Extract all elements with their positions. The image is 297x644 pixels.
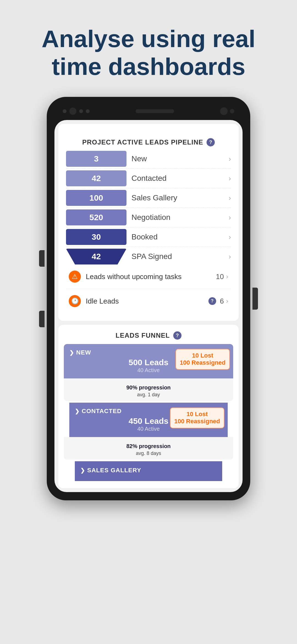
funnel-contacted-avg: avg. 8 days (64, 451, 233, 456)
alert-text-idle-leads: Idle Leads (86, 297, 206, 305)
funnel-stage-new-inner: ❯ NEW 500 Leads 40 Active 10 Lost 100 Re… (64, 344, 233, 378)
pipeline-bar-sales-gallery: 100 (66, 190, 127, 206)
pipeline-label-new: New (131, 154, 226, 163)
funnel-title: LEADS FUNNEL (116, 332, 170, 339)
idle-leads-help-icon[interactable]: ? (208, 297, 216, 305)
funnel-contacted-lost: 10 Lost (174, 411, 220, 418)
pipeline-row-negotiation[interactable]: 520 Negotiation › (66, 209, 231, 227)
chevron-icon-contacted: › (229, 174, 231, 183)
funnel-chevron-contacted: ❯ (75, 408, 79, 414)
funnel-stage-new[interactable]: ❯ NEW 500 Leads 40 Active 10 Lost 100 Re… (64, 344, 233, 401)
hero-section: Analyse using real time dashboards (0, 0, 297, 97)
ir-sensor (230, 109, 234, 113)
pipeline-bar-negotiation: 520 (66, 209, 127, 225)
funnel-header: LEADS FUNNEL ? (58, 325, 239, 344)
selfie-camera (220, 107, 228, 115)
pipeline-label-sales-gallery: Sales Gallery (131, 193, 226, 202)
pipeline-row-booked[interactable]: 30 Booked › (66, 229, 231, 247)
funnel-stage-contacted[interactable]: ❯ CONTACTED 450 Leads 40 Active 10 Lost … (64, 403, 233, 460)
funnel-stage-new-name: NEW (76, 349, 91, 356)
chevron-icon-sales-gallery: › (229, 194, 231, 202)
pipeline-row-spa-signed[interactable]: 42 SPA Signed › (66, 249, 231, 264)
pipeline-row-sales-gallery[interactable]: 100 Sales Gallery › (66, 190, 231, 208)
pipeline-help-icon[interactable]: ? (207, 138, 215, 146)
volume-up-button (39, 250, 45, 267)
alert-rows: ⚠ Leads without upcoming tasks 10 › 🕐 Id… (66, 264, 231, 313)
pipeline-row-contacted[interactable]: 42 Contacted › (66, 170, 231, 188)
hero-title: Analyse using real time dashboards (22, 25, 275, 80)
pipeline-card: PROJECT ACTIVE LEADS PIPELINE ? 3 New › … (58, 124, 239, 321)
funnel-contacted-stats: 82% progression avg. 8 days (64, 437, 233, 460)
volume-down-button (39, 311, 45, 327)
chevron-icon-booked: › (229, 233, 231, 241)
pipeline-bar-new: 3 (66, 151, 127, 167)
pipeline-bar-booked: 30 (66, 229, 127, 245)
speaker-grille (136, 109, 174, 113)
chevron-icon-negotiation: › (229, 213, 231, 222)
phone-frame: PROJECT ACTIVE LEADS PIPELINE ? 3 New › … (47, 97, 250, 500)
funnel-new-lost: 10 Lost (180, 352, 226, 359)
warning-icon: ⚠ (69, 271, 81, 283)
power-button (252, 288, 258, 310)
funnel-chevron-new: ❯ (69, 349, 74, 356)
funnel-help-icon[interactable]: ? (173, 331, 182, 340)
funnel-new-progression: 90% progression (64, 382, 233, 392)
funnel-new-stats: 90% progression avg. 1 day (64, 378, 233, 401)
funnel-contacted-reassigned: 100 Reassigned (174, 418, 220, 425)
funnel-new-avg: avg. 1 day (64, 392, 233, 398)
phone-top-bar (54, 105, 243, 120)
camera-left (63, 108, 90, 115)
pipeline-label-booked: Booked (131, 233, 226, 241)
clock-icon: 🕐 (69, 295, 81, 307)
pipeline-row-new[interactable]: 3 New › (66, 151, 231, 169)
funnel-stage-contacted-name: CONTACTED (82, 408, 122, 415)
sensor-dot-2 (79, 109, 83, 113)
pipeline-bar-spa-signed: 42 (66, 249, 127, 264)
funnel-section: LEADS FUNNEL ? ❯ NEW 500 Leads 40 Active… (58, 325, 239, 488)
phone-screen: PROJECT ACTIVE LEADS PIPELINE ? 3 New › … (54, 120, 243, 492)
alert-count-idle-leads: 6 (220, 297, 224, 305)
funnel-stage-sales-gallery-label: ❯ SALES GALLERY (80, 467, 217, 474)
sensor-dot (63, 109, 67, 113)
camera-right (220, 107, 234, 115)
funnel-chevron-sales-gallery: ❯ (80, 467, 85, 474)
pipeline-label-negotiation: Negotiation (131, 213, 226, 222)
chevron-icon-spa-signed: › (229, 252, 231, 261)
chevron-icon-no-tasks: › (226, 273, 228, 280)
funnel-stage-contacted-inner: ❯ CONTACTED 450 Leads 40 Active 10 Lost … (69, 403, 228, 437)
pipeline-label-contacted: Contacted (131, 174, 226, 183)
alert-row-idle-leads[interactable]: 🕐 Idle Leads ? 6 › (66, 289, 231, 313)
front-camera (69, 108, 76, 115)
pipeline-rows: 3 New › 42 Contacted › 100 (66, 151, 231, 264)
pipeline-title: PROJECT ACTIVE LEADS PIPELINE (82, 138, 203, 146)
funnel-contacted-progression: 82% progression (64, 440, 233, 451)
funnel-new-reassigned: 100 Reassigned (180, 359, 226, 366)
funnel-stage-sales-gallery[interactable]: ❯ SALES GALLERY (64, 461, 233, 481)
alert-text-no-tasks: Leads without upcoming tasks (86, 272, 216, 281)
pipeline-label-spa-signed: SPA Signed (131, 252, 226, 261)
chevron-icon-new: › (229, 155, 231, 163)
funnel-new-lost-badge: 10 Lost 100 Reassigned (175, 349, 230, 370)
funnel-stage-sales-gallery-inner: ❯ SALES GALLERY (75, 461, 222, 481)
alert-row-no-tasks[interactable]: ⚠ Leads without upcoming tasks 10 › (66, 264, 231, 289)
funnel-stage-sales-gallery-name: SALES GALLERY (87, 467, 141, 474)
chevron-icon-idle-leads: › (226, 297, 228, 305)
pipeline-header: PROJECT ACTIVE LEADS PIPELINE ? (66, 132, 231, 151)
pipeline-bar-contacted: 42 (66, 170, 127, 186)
sensor-dot-3 (86, 109, 90, 113)
alert-count-no-tasks: 10 (216, 272, 224, 281)
funnel-contacted-lost-badge: 10 Lost 100 Reassigned (170, 407, 224, 428)
